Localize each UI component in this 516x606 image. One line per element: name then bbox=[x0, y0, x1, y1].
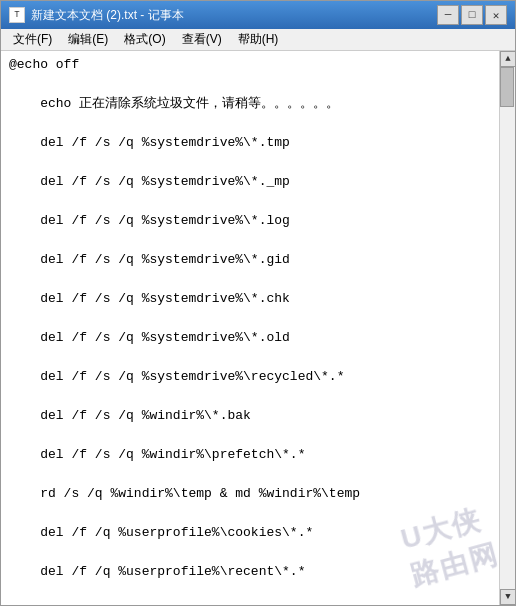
app-icon: T bbox=[9, 7, 25, 23]
text-editor[interactable]: @echo off echo 正在清除系统垃圾文件，请稍等。。。。。。 del … bbox=[1, 51, 499, 605]
menu-format[interactable]: 格式(O) bbox=[116, 29, 173, 50]
title-bar-left: T 新建文本文档 (2).txt - 记事本 bbox=[9, 7, 184, 24]
menu-bar: 文件(F) 编辑(E) 格式(O) 查看(V) 帮助(H) bbox=[1, 29, 515, 51]
scroll-track[interactable] bbox=[500, 67, 515, 589]
main-window: T 新建文本文档 (2).txt - 记事本 ─ □ ✕ 文件(F) 编辑(E)… bbox=[0, 0, 516, 606]
window-controls: ─ □ ✕ bbox=[437, 5, 507, 25]
menu-view[interactable]: 查看(V) bbox=[174, 29, 230, 50]
window-title: 新建文本文档 (2).txt - 记事本 bbox=[31, 7, 184, 24]
scroll-down-button[interactable]: ▼ bbox=[500, 589, 515, 605]
menu-file[interactable]: 文件(F) bbox=[5, 29, 60, 50]
content-area: @echo off echo 正在清除系统垃圾文件，请稍等。。。。。。 del … bbox=[1, 51, 515, 605]
menu-edit[interactable]: 编辑(E) bbox=[60, 29, 116, 50]
menu-help[interactable]: 帮助(H) bbox=[230, 29, 287, 50]
maximize-button[interactable]: □ bbox=[461, 5, 483, 25]
minimize-button[interactable]: ─ bbox=[437, 5, 459, 25]
title-bar: T 新建文本文档 (2).txt - 记事本 ─ □ ✕ bbox=[1, 1, 515, 29]
scroll-up-button[interactable]: ▲ bbox=[500, 51, 515, 67]
close-button[interactable]: ✕ bbox=[485, 5, 507, 25]
scrollbar[interactable]: ▲ ▼ bbox=[499, 51, 515, 605]
scroll-thumb[interactable] bbox=[500, 67, 514, 107]
